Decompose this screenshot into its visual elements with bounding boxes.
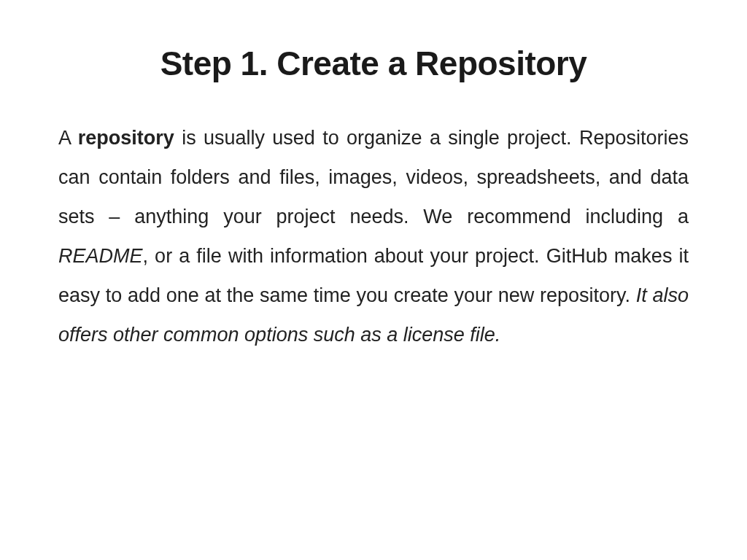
para-bold-repository: repository (78, 127, 174, 149)
para-italic-readme: README (58, 245, 143, 267)
body-paragraph: A repository is usually used to organize… (58, 118, 689, 354)
slide-title: Step 1. Create a Repository (58, 44, 689, 83)
para-text-2: , or a file with information about your … (58, 245, 689, 306)
para-text-prefix: A (58, 127, 78, 149)
